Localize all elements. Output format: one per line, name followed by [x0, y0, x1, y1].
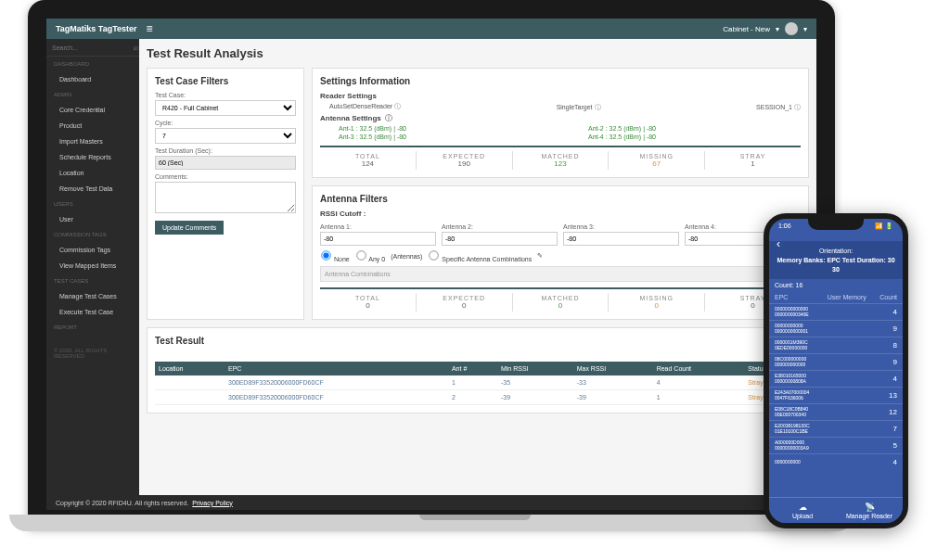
reader-settings-label: Reader Settings [320, 92, 377, 100]
update-comments-button[interactable]: Update Comments [155, 221, 224, 235]
ant-label: Antenna 3: [563, 223, 679, 230]
antenna-info: Ant-2 : 32.5 (dBm) | -80 [588, 125, 801, 132]
phone-row[interactable]: 0000001M390C0EDE000000008 [769, 337, 903, 353]
ant-label: Antenna 1: [320, 223, 436, 230]
table-row[interactable]: 300ED89F33520006000FD60CF1-35-334Stray [155, 375, 801, 390]
chevron-down-icon[interactable]: ▾ [776, 25, 779, 33]
sidebar-item[interactable]: Schedule Reports [46, 149, 139, 165]
sidebar-item[interactable]: Execute Test Case [46, 304, 139, 320]
rssi-input[interactable] [563, 232, 679, 246]
metric: EXPECTED0 [417, 293, 513, 312]
sidebar-item[interactable]: Remove Test Data [46, 181, 139, 197]
antenna-info: Ant-3 : 32.5 (dBm) | -80 [339, 134, 551, 140]
ant-filters-title: Antenna Filters [320, 194, 801, 204]
settings-card: Settings Information Reader Settings Aut… [312, 68, 809, 178]
phone-row[interactable]: 0000000000000000000000019 [769, 320, 903, 337]
phone-banner: Orientation: Memory Banks: EPC Test Dura… [769, 241, 903, 279]
single-target: SingleTarget [557, 104, 593, 110]
manage-reader-button[interactable]: 📡Manage Reader [836, 498, 903, 523]
back-icon[interactable]: ‹ [777, 237, 780, 250]
antenna-combo-field[interactable]: Antenna Combinations [320, 266, 801, 282]
footer-copy: Copyright © 2020 RFID4U. All rights rese… [56, 500, 188, 506]
radio-none[interactable]: None [320, 249, 350, 262]
phone-row[interactable]: 0000000000000000000000340E4 [769, 303, 903, 320]
search-input[interactable] [52, 45, 134, 51]
phone-row[interactable]: E20038198130C01E10100C1BE7 [769, 420, 903, 437]
phone-banks: Memory Banks: EPC Test Duration: 30 [775, 256, 897, 265]
sidebar-item[interactable]: Import Masters [46, 134, 139, 149]
phone-row[interactable]: 08C0000000000000000000009 [769, 353, 903, 370]
sidebar-item[interactable]: Manage Test Cases [46, 288, 139, 304]
table-header[interactable]: Ant # [448, 362, 497, 375]
sidebar-item[interactable]: View Mapped Items [46, 258, 139, 274]
phone-row[interactable]: E08C18C0B84000E00070034012 [769, 403, 903, 420]
phone-orientation: Orientation: [775, 247, 897, 256]
sidebar-item[interactable]: Dashboard [46, 71, 139, 87]
footer: Copyright © 2020 RFID4U. All rights rese… [46, 495, 816, 510]
phone-row[interactable]: A000000D00000000000003A95 [769, 437, 903, 453]
comments-field[interactable] [155, 182, 296, 213]
menu-icon[interactable]: ≡ [147, 22, 153, 35]
sidebar-item[interactable]: Product [46, 118, 139, 134]
table-header[interactable]: EPC [225, 362, 448, 375]
metric: MATCHED123 [513, 151, 610, 170]
phone-row[interactable]: 00000000004 [769, 453, 903, 470]
antenna-settings-label: Antenna Settings [320, 114, 381, 122]
nav-header: REPORT [46, 320, 139, 335]
table-header[interactable]: Max RSSI [573, 362, 653, 375]
result-title: Test Result [155, 336, 801, 346]
reader-icon: 📡 [865, 503, 875, 512]
upload-button[interactable]: ☁Upload [769, 498, 836, 523]
sidebar-search[interactable]: ⌕ [46, 39, 139, 57]
privacy-link[interactable]: Privacy Policy [192, 500, 233, 506]
test-case-filters-card: Test Case Filters Test Case: R420 - Full… [147, 68, 304, 320]
signal-icon: 📶 🔋 [875, 223, 893, 230]
avatar[interactable] [785, 22, 798, 35]
info-icon[interactable]: ⓘ [595, 104, 601, 110]
chevron-down-icon[interactable]: ▾ [803, 25, 807, 33]
user-menu[interactable]: Cabinet - New [723, 25, 770, 33]
duration-label: Test Duration (Sec): [155, 147, 296, 154]
sidebar-item[interactable]: Core Credential [46, 102, 139, 118]
table-header[interactable]: Read Count [653, 362, 745, 375]
table-header[interactable]: Min RSSI [497, 362, 573, 375]
table-header[interactable]: Location [155, 362, 225, 375]
info-icon[interactable]: ⓘ [794, 104, 801, 110]
nav-header: USERS [46, 197, 139, 211]
metric: STRAY1 [705, 151, 801, 170]
phone-banks2: 30 [775, 265, 897, 274]
metric: MISSING67 [609, 151, 705, 170]
metric: EXPECTED190 [417, 151, 513, 170]
session: SESSION_1 [756, 104, 792, 110]
cycle-label: Cycle: [155, 120, 296, 126]
antennas-label: (Antennas) [391, 253, 422, 260]
phone-count: Count: 16 [769, 279, 903, 291]
phone-time: 1:06 [778, 223, 791, 230]
info-icon[interactable]: ⓘ [394, 103, 401, 109]
cycle-select[interactable]: 7 [155, 128, 296, 144]
testcase-label: Test Case: [155, 92, 296, 98]
info-icon[interactable]: ⓘ [385, 114, 392, 122]
rssi-input[interactable] [320, 232, 436, 246]
edit-icon[interactable]: ✎ [537, 252, 543, 260]
topbar: TagMatiks TagTester ≡ Cabinet - New ▾ ▾ [46, 19, 816, 39]
ant-label: Antenna 2: [442, 223, 558, 230]
metric: MATCHED0 [513, 293, 610, 312]
sidebar-item[interactable]: User [46, 211, 139, 227]
sidebar-item[interactable]: Commission Tags [46, 242, 139, 258]
phone-row[interactable]: E3801016500000000000808A4 [769, 370, 903, 387]
upload-icon: ☁ [799, 503, 807, 512]
testcase-select[interactable]: R420 - Full Cabinet [155, 100, 296, 116]
sidebar-item[interactable]: Location [46, 165, 139, 181]
result-table: LocationEPCAnt #Min RSSIMax RSSIRead Cou… [155, 362, 801, 405]
test-result-card: Test Result Searc LocationEPCAnt #Min RS… [147, 327, 809, 414]
metric: TOTAL124 [320, 151, 417, 170]
duration-field [155, 156, 296, 170]
phone-row[interactable]: E243A070000040047F63600613 [769, 387, 903, 403]
nav-header: TEST CASES [46, 274, 139, 288]
radio-any[interactable]: Any 0 [355, 249, 385, 262]
search-icon[interactable]: ⌕ [134, 43, 138, 52]
table-row[interactable]: 300ED89F33520006000FD60CF2-39-391Stray [155, 390, 801, 405]
rssi-input[interactable] [442, 232, 558, 246]
radio-specific[interactable]: Specific Antenna Combinations [428, 249, 532, 262]
